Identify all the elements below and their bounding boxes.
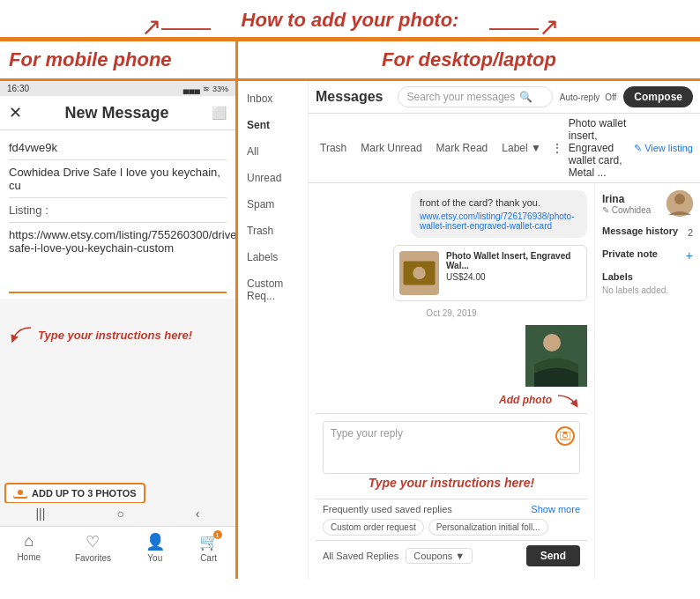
- product-title: Photo Wallet Insert, Engraved Wal...: [446, 251, 581, 270]
- private-note-label: Private note: [602, 248, 658, 259]
- search-icon: 🔍: [519, 91, 532, 103]
- trash-button[interactable]: Trash: [316, 140, 351, 156]
- mark-read-button[interactable]: Mark Read: [432, 140, 493, 156]
- cart-badge: 1: [213, 530, 222, 539]
- label-button[interactable]: Label ▼: [497, 140, 546, 156]
- coupons-button[interactable]: Coupons ▼: [406, 548, 473, 564]
- sidebar-item-labels[interactable]: Labels: [238, 244, 308, 270]
- message-content-area: front of the card? thank you. www.etsy.c…: [309, 183, 700, 579]
- gesture-arrow-icon: ‹: [196, 507, 200, 521]
- you-label: You: [147, 553, 162, 563]
- seller-shop[interactable]: ✎ Cowhidea: [602, 205, 651, 215]
- view-listing-link[interactable]: ✎ View listing: [634, 143, 693, 154]
- show-more-link[interactable]: Show more: [531, 504, 580, 514]
- desktop-section-title: For desktop/laptop: [238, 41, 700, 81]
- person-icon: 👤: [145, 532, 165, 551]
- etsy-right-sidebar: Irina ✎ Cowhidea: [594, 183, 700, 579]
- message-bubble: front of the card? thank you. www.etsy.c…: [411, 190, 587, 238]
- all-saved-replies[interactable]: All Saved Replies: [323, 551, 398, 561]
- svg-point-11: [674, 194, 685, 204]
- listing-url[interactable]: https://www.etsy.com/listing/755260300/d…: [9, 223, 227, 293]
- arrow-annotation-icon: [9, 326, 35, 344]
- auto-reply-label: Auto-reply Off: [560, 92, 617, 102]
- add-photos-button[interactable]: ADD UP TO 3 PHOTOS: [4, 483, 145, 504]
- sidebar-item-custom[interactable]: Custom Req...: [238, 270, 308, 309]
- messages-title: Messages: [316, 89, 384, 105]
- status-icons: ▄▄▄ ≋ 33%: [183, 85, 228, 93]
- signal-icon: ▄▄▄: [183, 85, 200, 93]
- reply-area: Type your reply Type your instructions h…: [316, 413, 587, 499]
- seller-avatar: [666, 190, 693, 217]
- cart-label: Cart: [200, 553, 217, 563]
- message-history-label: Message history: [602, 226, 678, 236]
- mobile-panel: 16:30 ▄▄▄ ≋ 33% ✕ New Message ⬜ fd4vwe9k…: [0, 81, 238, 579]
- main-content: 16:30 ▄▄▄ ≋ 33% ✕ New Message ⬜ fd4vwe9k…: [0, 81, 700, 579]
- svg-point-6: [543, 334, 561, 351]
- product-thumbnail: [399, 251, 439, 295]
- nav-cart[interactable]: 🛒 Cart 1: [199, 532, 219, 575]
- product-price: US$24.00: [446, 272, 581, 282]
- message-field[interactable]: Cowhidea Drive Safe I love you keychain,…: [9, 160, 227, 198]
- mark-unread-button[interactable]: Mark Unread: [356, 140, 426, 156]
- send-button[interactable]: Send: [526, 545, 580, 566]
- search-bar[interactable]: Search your messages 🔍: [398, 86, 553, 107]
- battery-icon: 33%: [212, 85, 228, 93]
- to-field[interactable]: fd4vwe9k: [9, 136, 227, 160]
- mobile-section-title: For mobile phone: [0, 41, 238, 81]
- camera-icon: [13, 488, 27, 499]
- favorites-label: Favorites: [75, 553, 111, 563]
- add-photo-right-arrow-icon: [556, 391, 578, 409]
- new-message-title: New Message: [64, 104, 168, 122]
- send-bar: All Saved Replies Coupons ▼ Send: [316, 540, 587, 571]
- mobile-nav: ⌂ Home ♡ Favorites 👤 You 🛒 Cart 1: [0, 526, 235, 579]
- etsy-main: Messages Search your messages 🔍 Auto-rep…: [309, 81, 700, 579]
- status-time: 16:30: [7, 84, 29, 93]
- nav-favorites[interactable]: ♡ Favorites: [75, 532, 111, 575]
- arrow-right-icon: ——↗: [489, 12, 559, 41]
- nav-home[interactable]: ⌂ Home: [17, 532, 41, 575]
- sidebar-item-all[interactable]: All: [238, 138, 308, 165]
- product-card: Photo Wallet Insert, Engraved Wal... US$…: [393, 245, 587, 301]
- instruction-text: Type your instructions here!: [38, 329, 192, 342]
- add-photo-right-text: Add photo: [499, 394, 552, 406]
- attach-photo-button[interactable]: [555, 426, 575, 446]
- arrow-left-icon: ↗——: [141, 12, 211, 41]
- seller-name: Irina: [602, 193, 651, 205]
- reply-input[interactable]: Type your reply: [323, 421, 580, 474]
- gesture-bar: ||| ○ ‹: [0, 503, 235, 524]
- etsy-sidebar: Inbox Sent All Unread Spam Trash Labels …: [238, 81, 309, 579]
- message-thread: front of the card? thank you. www.etsy.c…: [309, 183, 594, 579]
- svg-rect-9: [563, 432, 567, 433]
- add-photos-label: ADD UP TO 3 PHOTOS: [32, 488, 137, 499]
- share-icon[interactable]: ⬜: [212, 106, 227, 120]
- compose-button[interactable]: Compose: [623, 86, 693, 107]
- more-options-icon[interactable]: ⋮: [551, 141, 563, 155]
- mobile-form: fd4vwe9k Cowhidea Drive Safe I love you …: [0, 130, 235, 299]
- tag-personalization[interactable]: Personalization initial foll...: [428, 519, 548, 536]
- wifi-icon: ≋: [203, 85, 210, 93]
- home-label: Home: [17, 552, 41, 562]
- sidebar-item-inbox[interactable]: Inbox: [238, 85, 308, 112]
- heart-icon: ♡: [86, 532, 100, 551]
- section-headers: For mobile phone For desktop/laptop: [0, 41, 700, 81]
- message-count: 2: [688, 227, 693, 238]
- home-icon: ⌂: [24, 532, 34, 551]
- mobile-new-message-header: ✕ New Message ⬜: [0, 96, 235, 130]
- svg-point-1: [18, 490, 23, 495]
- add-note-button[interactable]: +: [686, 248, 693, 263]
- etsy-topbar: Messages Search your messages 🔍 Auto-rep…: [309, 81, 700, 114]
- svg-point-4: [413, 267, 425, 279]
- photo-attachment: [525, 325, 587, 387]
- close-icon[interactable]: ✕: [9, 103, 22, 122]
- sidebar-item-unread[interactable]: Unread: [238, 165, 308, 191]
- message-link[interactable]: www.etsy.com/listing/726176938/photo-wal…: [420, 211, 578, 231]
- sidebar-item-spam[interactable]: Spam: [238, 191, 308, 218]
- desktop-panel: Inbox Sent All Unread Spam Trash Labels …: [238, 81, 700, 579]
- sidebar-item-trash[interactable]: Trash: [238, 218, 308, 244]
- nav-you[interactable]: 👤 You: [145, 532, 165, 575]
- tag-custom-order[interactable]: Custom order request: [323, 519, 424, 536]
- sidebar-item-sent[interactable]: Sent: [238, 112, 308, 138]
- message-date: Oct 29, 2019: [316, 308, 587, 318]
- page-title: How to add your photo:: [242, 9, 459, 31]
- product-info: Photo Wallet Insert, Engraved Wal... US$…: [446, 251, 581, 295]
